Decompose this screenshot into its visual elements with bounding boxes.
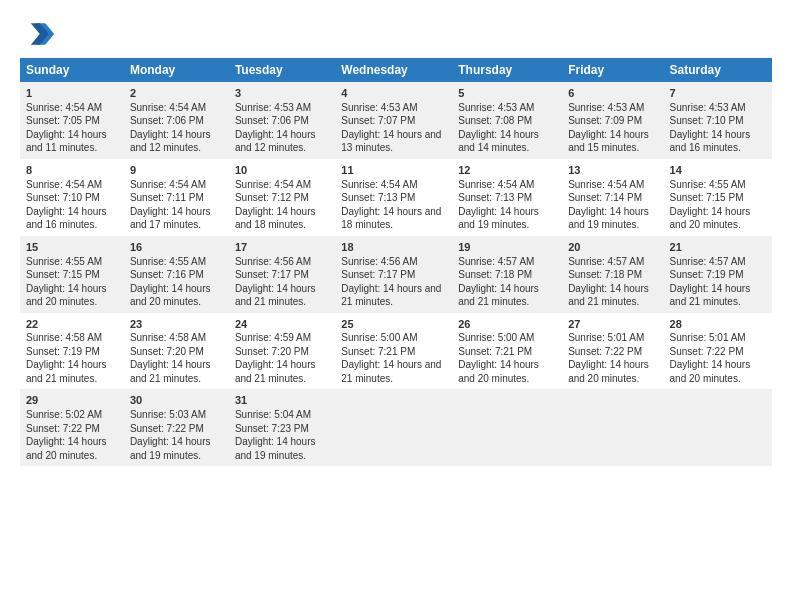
day-number: 16 [130, 241, 142, 253]
calendar-cell [664, 389, 772, 466]
calendar-cell: 21Sunrise: 4:57 AMSunset: 7:19 PMDayligh… [664, 236, 772, 313]
daylight-label: Daylight: 14 hours and 21 minutes. [341, 283, 441, 308]
weekday-header-thursday: Thursday [452, 58, 562, 82]
sunset-label: Sunset: 7:22 PM [670, 346, 744, 357]
day-number: 7 [670, 87, 676, 99]
sunset-label: Sunset: 7:12 PM [235, 192, 309, 203]
daylight-label: Daylight: 14 hours and 18 minutes. [235, 206, 316, 231]
day-number: 30 [130, 394, 142, 406]
sunrise-label: Sunrise: 4:54 AM [26, 102, 102, 113]
calendar-cell: 15Sunrise: 4:55 AMSunset: 7:15 PMDayligh… [20, 236, 124, 313]
calendar-cell: 23Sunrise: 4:58 AMSunset: 7:20 PMDayligh… [124, 313, 229, 390]
sunrise-label: Sunrise: 4:53 AM [235, 102, 311, 113]
sunset-label: Sunset: 7:05 PM [26, 115, 100, 126]
week-row-4: 22Sunrise: 4:58 AMSunset: 7:19 PMDayligh… [20, 313, 772, 390]
weekday-header-sunday: Sunday [20, 58, 124, 82]
weekday-header-friday: Friday [562, 58, 663, 82]
sunset-label: Sunset: 7:13 PM [458, 192, 532, 203]
daylight-label: Daylight: 14 hours and 20 minutes. [670, 206, 751, 231]
daylight-label: Daylight: 14 hours and 21 minutes. [235, 283, 316, 308]
calendar-cell: 7Sunrise: 4:53 AMSunset: 7:10 PMDaylight… [664, 82, 772, 159]
sunset-label: Sunset: 7:10 PM [670, 115, 744, 126]
day-number: 19 [458, 241, 470, 253]
day-number: 26 [458, 318, 470, 330]
day-number: 25 [341, 318, 353, 330]
week-row-2: 8Sunrise: 4:54 AMSunset: 7:10 PMDaylight… [20, 159, 772, 236]
header [20, 16, 772, 52]
calendar-cell: 19Sunrise: 4:57 AMSunset: 7:18 PMDayligh… [452, 236, 562, 313]
sunrise-label: Sunrise: 4:55 AM [130, 256, 206, 267]
logo [20, 16, 60, 52]
daylight-label: Daylight: 14 hours and 11 minutes. [26, 129, 107, 154]
sunset-label: Sunset: 7:07 PM [341, 115, 415, 126]
calendar-cell: 5Sunrise: 4:53 AMSunset: 7:08 PMDaylight… [452, 82, 562, 159]
day-number: 4 [341, 87, 347, 99]
calendar-header: SundayMondayTuesdayWednesdayThursdayFrid… [20, 58, 772, 82]
sunrise-label: Sunrise: 5:00 AM [458, 332, 534, 343]
day-number: 27 [568, 318, 580, 330]
calendar-cell: 8Sunrise: 4:54 AMSunset: 7:10 PMDaylight… [20, 159, 124, 236]
daylight-label: Daylight: 14 hours and 19 minutes. [458, 206, 539, 231]
sunrise-label: Sunrise: 4:59 AM [235, 332, 311, 343]
daylight-label: Daylight: 14 hours and 20 minutes. [458, 359, 539, 384]
calendar-table: SundayMondayTuesdayWednesdayThursdayFrid… [20, 58, 772, 466]
sunset-label: Sunset: 7:21 PM [458, 346, 532, 357]
calendar-cell: 20Sunrise: 4:57 AMSunset: 7:18 PMDayligh… [562, 236, 663, 313]
daylight-label: Daylight: 14 hours and 13 minutes. [341, 129, 441, 154]
calendar-cell: 13Sunrise: 4:54 AMSunset: 7:14 PMDayligh… [562, 159, 663, 236]
daylight-label: Daylight: 14 hours and 19 minutes. [130, 436, 211, 461]
sunrise-label: Sunrise: 4:55 AM [26, 256, 102, 267]
day-number: 28 [670, 318, 682, 330]
day-number: 11 [341, 164, 353, 176]
sunset-label: Sunset: 7:20 PM [130, 346, 204, 357]
calendar-cell: 30Sunrise: 5:03 AMSunset: 7:22 PMDayligh… [124, 389, 229, 466]
day-number: 2 [130, 87, 136, 99]
calendar-cell: 22Sunrise: 4:58 AMSunset: 7:19 PMDayligh… [20, 313, 124, 390]
sunrise-label: Sunrise: 4:54 AM [235, 179, 311, 190]
day-number: 18 [341, 241, 353, 253]
weekday-header-saturday: Saturday [664, 58, 772, 82]
sunset-label: Sunset: 7:14 PM [568, 192, 642, 203]
daylight-label: Daylight: 14 hours and 21 minutes. [130, 359, 211, 384]
sunrise-label: Sunrise: 4:57 AM [670, 256, 746, 267]
sunset-label: Sunset: 7:16 PM [130, 269, 204, 280]
calendar-cell: 11Sunrise: 4:54 AMSunset: 7:13 PMDayligh… [335, 159, 452, 236]
sunrise-label: Sunrise: 4:55 AM [670, 179, 746, 190]
sunrise-label: Sunrise: 4:56 AM [235, 256, 311, 267]
daylight-label: Daylight: 14 hours and 18 minutes. [341, 206, 441, 231]
daylight-label: Daylight: 14 hours and 20 minutes. [568, 359, 649, 384]
day-number: 13 [568, 164, 580, 176]
weekday-header-monday: Monday [124, 58, 229, 82]
sunrise-label: Sunrise: 4:54 AM [458, 179, 534, 190]
calendar-cell: 26Sunrise: 5:00 AMSunset: 7:21 PMDayligh… [452, 313, 562, 390]
sunset-label: Sunset: 7:22 PM [26, 423, 100, 434]
sunset-label: Sunset: 7:08 PM [458, 115, 532, 126]
sunset-label: Sunset: 7:06 PM [235, 115, 309, 126]
daylight-label: Daylight: 14 hours and 20 minutes. [670, 359, 751, 384]
page-container: SundayMondayTuesdayWednesdayThursdayFrid… [0, 0, 792, 476]
day-number: 24 [235, 318, 247, 330]
sunrise-label: Sunrise: 4:56 AM [341, 256, 417, 267]
daylight-label: Daylight: 14 hours and 16 minutes. [26, 206, 107, 231]
week-row-3: 15Sunrise: 4:55 AMSunset: 7:15 PMDayligh… [20, 236, 772, 313]
sunset-label: Sunset: 7:22 PM [568, 346, 642, 357]
daylight-label: Daylight: 14 hours and 21 minutes. [235, 359, 316, 384]
day-number: 1 [26, 87, 32, 99]
sunrise-label: Sunrise: 4:53 AM [458, 102, 534, 113]
calendar-cell: 2Sunrise: 4:54 AMSunset: 7:06 PMDaylight… [124, 82, 229, 159]
weekday-header-row: SundayMondayTuesdayWednesdayThursdayFrid… [20, 58, 772, 82]
day-number: 12 [458, 164, 470, 176]
calendar-cell: 24Sunrise: 4:59 AMSunset: 7:20 PMDayligh… [229, 313, 335, 390]
sunrise-label: Sunrise: 4:54 AM [568, 179, 644, 190]
sunrise-label: Sunrise: 4:53 AM [670, 102, 746, 113]
logo-icon [20, 16, 56, 52]
week-row-5: 29Sunrise: 5:02 AMSunset: 7:22 PMDayligh… [20, 389, 772, 466]
sunset-label: Sunset: 7:17 PM [235, 269, 309, 280]
sunrise-label: Sunrise: 4:58 AM [26, 332, 102, 343]
day-number: 21 [670, 241, 682, 253]
daylight-label: Daylight: 14 hours and 14 minutes. [458, 129, 539, 154]
daylight-label: Daylight: 14 hours and 21 minutes. [568, 283, 649, 308]
day-number: 8 [26, 164, 32, 176]
sunrise-label: Sunrise: 4:54 AM [341, 179, 417, 190]
calendar-cell: 18Sunrise: 4:56 AMSunset: 7:17 PMDayligh… [335, 236, 452, 313]
